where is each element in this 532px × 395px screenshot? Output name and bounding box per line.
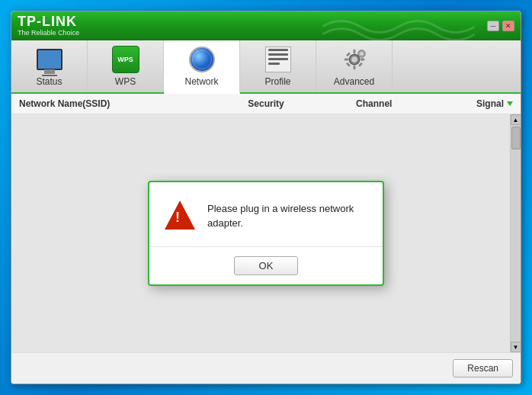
signal-label: Signal [476,98,504,109]
dialog-content: Please plug in a wireless network adapte… [149,182,383,246]
col-header-channel: Channel [328,98,421,109]
nav-item-profile[interactable]: Profile [240,40,316,92]
svg-point-1 [351,56,357,63]
wps-nav-icon: WPS [112,46,139,73]
svg-rect-9 [358,63,363,67]
dialog-message: Please plug in a wireless network adapte… [207,201,367,231]
app-logo: TP-LINK The Reliable Choice [18,14,79,37]
svg-rect-3 [353,66,355,70]
network-nav-icon [188,46,216,73]
svg-rect-15 [362,53,364,55]
col-header-ssid: Network Name(SSID) [19,98,204,109]
status-nav-label: Status [36,76,62,87]
close-button[interactable]: ✕ [502,21,514,31]
warning-icon [165,201,195,231]
svg-rect-5 [360,59,364,61]
svg-rect-6 [345,52,350,56]
table-header: Network Name(SSID) Security Channel Sign… [11,94,521,114]
advanced-nav-label: Advanced [334,76,374,87]
main-window: TP-LINK The Reliable Choice ─ ✕ Status W… [11,11,521,384]
profile-nav-label: Profile [264,76,290,87]
minimize-button[interactable]: ─ [487,21,499,31]
window-controls: ─ ✕ [487,21,514,31]
svg-rect-14 [358,53,361,55]
network-nav-label: Network [184,76,218,87]
wps-nav-label: WPS [115,76,136,87]
status-nav-icon [36,46,63,73]
rescan-button[interactable]: Rescan [453,359,513,377]
nav-item-status[interactable]: Status [11,40,88,92]
title-decoration [322,11,475,40]
sort-arrow-icon [507,101,513,106]
col-header-signal[interactable]: Signal [421,98,514,109]
col-header-security: Security [204,98,328,109]
svg-rect-4 [344,59,348,61]
warning-triangle [165,201,195,230]
nav-item-wps[interactable]: WPS WPS [88,40,164,92]
navigation-bar: Status WPS WPS Network [11,40,521,94]
dialog-footer: OK [149,246,383,284]
title-bar: TP-LINK The Reliable Choice ─ ✕ [11,11,521,40]
svg-rect-13 [361,55,362,57]
brand-slogan: The Reliable Choice [18,30,79,37]
nav-item-network[interactable]: Network [164,40,240,94]
advanced-nav-icon [341,46,368,73]
footer: Rescan [11,352,521,384]
content-area: ▲ ▼ Please plug in a wireless network ad… [11,114,521,352]
nav-item-advanced[interactable]: Advanced [316,40,393,92]
svg-rect-2 [353,50,355,54]
ok-button[interactable]: OK [234,256,299,275]
error-dialog: Please plug in a wireless network adapte… [148,181,384,286]
profile-nav-icon [264,46,292,73]
dialog-overlay: Please plug in a wireless network adapte… [11,114,521,352]
svg-rect-12 [361,50,362,53]
svg-rect-8 [345,63,350,67]
brand-name: TP-LINK [18,14,79,30]
